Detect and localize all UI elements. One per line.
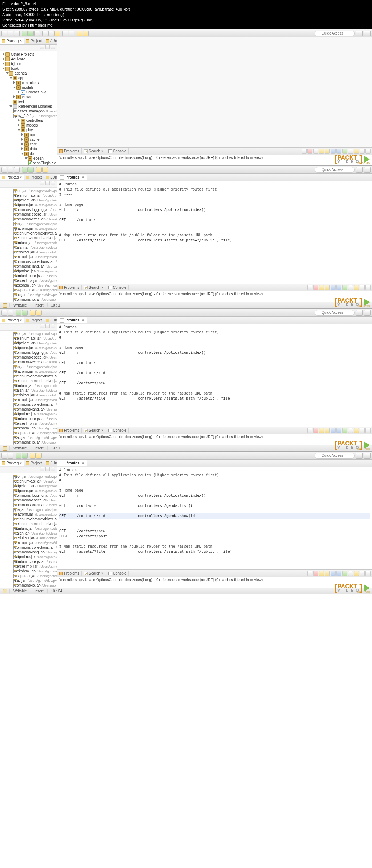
pin-icon[interactable]	[342, 571, 347, 576]
editor-tab-routes[interactable]: *routes×	[57, 317, 87, 323]
min-icon[interactable]	[360, 428, 365, 433]
tree-project[interactable]: Aquicore	[0, 57, 57, 61]
perspective-java-button[interactable]	[356, 31, 363, 36]
stop-icon[interactable]	[313, 285, 318, 290]
tree-src-folder[interactable]: app	[0, 76, 57, 80]
tree-jar[interactable]: cssparser.jar - /Users/gonto/dev	[0, 431, 57, 435]
tree-project[interactable]: bijuice	[0, 61, 57, 66]
tree-jar[interactable]: commons-logging.jar - /Users/go	[0, 207, 57, 212]
tree-jar[interactable]: commons-exec.jar - /Users/gonto	[0, 503, 57, 507]
toggle-button[interactable]	[69, 31, 74, 36]
tree-package[interactable]: cache	[0, 137, 57, 142]
stop-icon[interactable]	[307, 149, 312, 154]
new-button[interactable]	[1, 453, 7, 459]
tree-jar[interactable]: httpcore.jar - /Users/gonto/dev/p	[0, 203, 57, 207]
tree-jar[interactable]: htmlunit.jar - /Users/gonto/dev/p	[0, 526, 57, 531]
close-icon[interactable]: ×	[20, 318, 22, 322]
debug-button[interactable]	[16, 310, 21, 316]
tree-jar[interactable]: serializer.jar - /Users/gonto/dev/	[0, 393, 57, 397]
expand-icon[interactable]	[331, 428, 336, 433]
tab-project-explorer[interactable]: Project	[24, 175, 44, 180]
stop-icon[interactable]	[313, 571, 318, 576]
tree-jar[interactable]: httpcore.jar - /Users/gonto/dev/p	[0, 488, 57, 493]
view-menu-icon[interactable]	[51, 45, 55, 49]
tree-jar[interactable]: xalan.jar - /Users/gonto/dev/pvm	[0, 388, 57, 393]
tree-jar[interactable]: xercesImpl.jar - /Users/gonto/de	[0, 421, 57, 426]
tree-jar[interactable]: jna.jar - /Users/gonto/dev/pvm/p	[0, 221, 57, 226]
tree-jar[interactable]: httpclient.jar - /Users/gonto/dev/	[0, 484, 57, 488]
nav-forward-button[interactable]	[83, 31, 89, 36]
tree-package[interactable]: data	[0, 147, 57, 151]
tab-console[interactable]: Console	[106, 428, 129, 433]
tree-jar[interactable]: nekohtml.jar - /Users/gonto/dev/	[0, 283, 57, 288]
tree-jar[interactable]: sac.jar - /Users/gonto/dev/pvm/p	[0, 578, 57, 583]
tree-jar[interactable]: commons-io.jar - /Users/gonto/d	[0, 583, 57, 588]
tree-jar[interactable]: commons-logging.jar - /Users/go	[0, 493, 57, 498]
close-icon[interactable]: ×	[101, 571, 104, 575]
tab-search[interactable]: Search×	[82, 428, 106, 433]
max-icon[interactable]	[365, 149, 371, 154]
tree-jar[interactable]: httpclient.jar - /Users/gonto/dev/	[0, 198, 57, 203]
view-menu-icon[interactable]	[51, 467, 55, 471]
tree-jar[interactable]: xalan.jar - /Users/gonto/dev/pvm	[0, 245, 57, 250]
tab-package-explorer[interactable]: Packag×	[0, 460, 24, 466]
close-icon[interactable]: ×	[20, 39, 22, 43]
tree-jar[interactable]: json.jar - /Users/gonto/dev/pvm/	[0, 188, 57, 193]
tree-jar[interactable]: htmlunit-core-js.jar - /Users/gon	[0, 273, 57, 278]
tree-package[interactable]: ebean	[0, 156, 57, 161]
link-editor-icon[interactable]	[45, 45, 50, 49]
tree-jar[interactable]: selenium-chrome-driver.jar - /Us	[0, 374, 57, 379]
tree-jar[interactable]: commons-lang.jar - /Users/gont	[0, 407, 57, 412]
tree-jar[interactable]: cssparser.jar - /Users/gonto/dev	[0, 573, 57, 578]
tree-jar[interactable]: commons-codec.jar - /Users/gont	[0, 498, 57, 503]
tab-problems[interactable]: Problems	[57, 285, 82, 290]
perspective-debug-button[interactable]	[364, 310, 371, 316]
tab-problems[interactable]: Problems	[57, 148, 82, 154]
min-icon[interactable]	[360, 571, 365, 576]
nav-back-button[interactable]	[77, 31, 82, 36]
tree-jar[interactable]: httpmime.jar - /Users/gonto/dev	[0, 269, 57, 273]
debug-button[interactable]	[16, 453, 21, 459]
tree-jar[interactable]: httpmime.jar - /Users/gonto/dev	[0, 412, 57, 416]
tree-jar[interactable]: xml-apis.jar - /Users/gonto/dev/p	[0, 540, 57, 545]
tree-class-file[interactable]: EbeanPlugin.class	[0, 161, 57, 165]
perspective-debug-button[interactable]	[364, 167, 371, 173]
tab-project-explorer[interactable]: Project	[24, 38, 44, 44]
editor-tab-routes[interactable]: *routes×	[57, 460, 87, 466]
nav-back-button[interactable]	[30, 453, 36, 459]
tree-jar[interactable]: sac.jar - /Users/gonto/dev/pvm/p	[0, 435, 57, 440]
routes-editor[interactable]: # Routes # This file defines all applica…	[57, 181, 372, 284]
tree-jar[interactable]: platform.jar - /Users/gonto/dev/p	[0, 512, 57, 517]
tree-project[interactable]: book	[0, 66, 57, 71]
tab-problems[interactable]: Problems	[57, 428, 82, 433]
tree-jar[interactable]: xalan.jar - /Users/gonto/dev/pvm	[0, 531, 57, 536]
tree-jar[interactable]: commons-collections.jar - /User	[0, 259, 57, 264]
tree-package[interactable]: db	[0, 151, 57, 156]
nav-back-button[interactable]	[30, 310, 36, 316]
remove-icon[interactable]	[313, 149, 318, 154]
tree-package[interactable]: views	[0, 95, 57, 99]
pin-icon[interactable]	[342, 285, 347, 290]
tree-jar[interactable]: htmlunit-core-js.jar - /Users/gon	[0, 416, 57, 421]
pin-icon[interactable]	[342, 149, 347, 154]
tree-folder[interactable]: Other Projects	[0, 52, 57, 57]
new-package-button[interactable]	[42, 31, 48, 36]
nav-icon[interactable]	[354, 571, 359, 576]
new-button[interactable]	[1, 31, 7, 36]
tree-jar[interactable]: commons-collections.jar - /User	[0, 402, 57, 407]
link-editor-icon[interactable]	[45, 181, 50, 185]
menu-icon[interactable]	[348, 149, 353, 154]
tab-console[interactable]: Console	[106, 285, 129, 290]
run-button[interactable]	[28, 31, 34, 36]
save-button[interactable]	[8, 453, 13, 459]
save-button[interactable]	[8, 310, 13, 316]
nav-back-button[interactable]	[36, 167, 42, 173]
nav-forward-button[interactable]	[36, 453, 42, 459]
nav-forward-button[interactable]	[42, 167, 48, 173]
tab-search[interactable]: Search×	[82, 285, 106, 290]
tree-jar[interactable]: xercesImpl.jar - /Users/gonto/de	[0, 564, 57, 569]
collapse-all-icon[interactable]	[40, 467, 44, 471]
tree-package[interactable]: api	[0, 132, 57, 137]
tree-jar[interactable]: htmlunit.jar - /Users/gonto/dev/p	[0, 383, 57, 388]
tree-jar[interactable]: htmlunit-core-js.jar - /Users/gon	[0, 559, 57, 564]
